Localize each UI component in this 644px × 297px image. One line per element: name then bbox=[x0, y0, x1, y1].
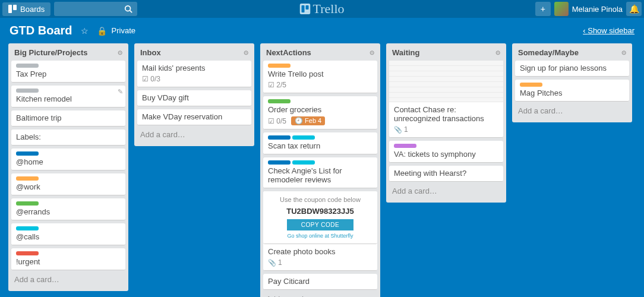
add-button[interactable]: + bbox=[535, 2, 551, 16]
card-labels bbox=[16, 176, 121, 181]
label-orange[interactable] bbox=[16, 176, 39, 181]
card[interactable]: Scan tax return bbox=[263, 132, 377, 154]
label-orange[interactable] bbox=[268, 64, 291, 68]
card-title: Tax Prep bbox=[16, 69, 121, 78]
list: Inbox⊙Mail kids' presents0/3Buy VDay gif… bbox=[134, 43, 254, 146]
label-orange[interactable] bbox=[520, 83, 542, 87]
card[interactable]: Tax Prep bbox=[11, 61, 125, 83]
list: NextActions⊙Write Trello post2/5Order gr… bbox=[260, 43, 380, 297]
bell-icon: 🔔 bbox=[629, 4, 639, 14]
boards-button[interactable]: Boards bbox=[2, 2, 50, 16]
list-header[interactable]: Big Picture/Projects⊙ bbox=[8, 43, 128, 61]
list-menu-icon[interactable]: ⊙ bbox=[495, 49, 500, 56]
card[interactable]: Write Trello post2/5 bbox=[263, 61, 377, 93]
card[interactable]: Meeting with Hearst? bbox=[389, 166, 503, 182]
card[interactable]: @work bbox=[11, 173, 125, 195]
avatar[interactable] bbox=[554, 2, 569, 16]
card-labels bbox=[16, 89, 121, 93]
star-icon[interactable]: ☆ bbox=[81, 26, 89, 36]
pencil-icon[interactable]: ✎ bbox=[118, 88, 123, 96]
card[interactable]: Pay Citicard bbox=[263, 274, 377, 290]
label-grey[interactable] bbox=[16, 64, 39, 68]
card-labels bbox=[16, 151, 121, 156]
label-sky[interactable] bbox=[292, 135, 315, 140]
label-blue[interactable] bbox=[268, 135, 291, 140]
privacy-label[interactable]: Private bbox=[112, 26, 135, 35]
label-green[interactable] bbox=[268, 99, 291, 103]
card[interactable]: @home bbox=[11, 148, 125, 170]
card-title: Mag Pitches bbox=[520, 89, 624, 97]
trello-logo[interactable]: Trello bbox=[300, 1, 345, 17]
copy-code-button[interactable]: COPY CODE bbox=[287, 219, 353, 230]
label-grey[interactable] bbox=[16, 89, 39, 93]
card[interactable]: @calls bbox=[11, 223, 125, 245]
card-title: Check Angie's List for remodeler reviews bbox=[268, 166, 372, 184]
list-title: Inbox bbox=[140, 48, 161, 57]
card[interactable]: Mag Pitches bbox=[515, 80, 629, 102]
card-title: @errands bbox=[16, 207, 121, 216]
card[interactable]: VA: tickets to symphony bbox=[389, 141, 503, 163]
card[interactable]: Contact Chase re: unrecognized transacti… bbox=[389, 61, 503, 138]
card[interactable]: Baltimore trip bbox=[11, 110, 125, 127]
card-title: VA: tickets to symphony bbox=[394, 150, 498, 159]
card-title: Labels: bbox=[16, 132, 121, 141]
svg-line-3 bbox=[130, 11, 132, 13]
list-menu-icon[interactable]: ⊙ bbox=[370, 49, 374, 56]
card-cover-coupon: Use the coupon code belowTU2BDW98323JJ5C… bbox=[263, 191, 377, 244]
list-menu-icon[interactable]: ⊙ bbox=[118, 49, 122, 56]
list-header[interactable]: Someday/Maybe⊙ bbox=[512, 43, 632, 61]
board-title[interactable]: GTD Board bbox=[10, 24, 72, 37]
card[interactable]: Buy VDay gift bbox=[137, 90, 251, 106]
card[interactable]: Order groceries0/5🕘 Feb 4 bbox=[263, 96, 377, 129]
add-card-button[interactable]: Add a card… bbox=[8, 270, 128, 289]
svg-point-2 bbox=[125, 6, 131, 11]
card[interactable]: Labels: bbox=[11, 129, 125, 146]
search-input[interactable] bbox=[54, 2, 137, 16]
card-title: Scan tax return bbox=[268, 141, 372, 150]
svg-rect-0 bbox=[8, 5, 12, 13]
card-title: Baltimore trip bbox=[16, 113, 121, 122]
card-labels bbox=[268, 64, 372, 68]
card-labels bbox=[16, 201, 121, 206]
list-header[interactable]: Inbox⊙ bbox=[134, 43, 254, 61]
label-blue[interactable] bbox=[268, 160, 291, 165]
label-blue[interactable] bbox=[16, 151, 39, 156]
label-sky[interactable] bbox=[292, 160, 315, 165]
list-header[interactable]: NextActions⊙ bbox=[260, 43, 380, 61]
card-title: Pay Citicard bbox=[268, 277, 372, 286]
list-menu-icon[interactable]: ⊙ bbox=[244, 49, 248, 56]
notifications-button[interactable]: 🔔 bbox=[626, 2, 642, 16]
add-card-button[interactable]: Add a card… bbox=[134, 125, 254, 144]
add-card-button[interactable]: Add a card… bbox=[512, 102, 632, 120]
card-title: Mail kids' presents bbox=[142, 64, 247, 72]
svg-rect-1 bbox=[13, 5, 17, 10]
list-header[interactable]: Waiting⊙ bbox=[386, 43, 506, 61]
add-card-button[interactable]: Add a card… bbox=[260, 290, 380, 297]
label-purple[interactable] bbox=[394, 144, 416, 148]
card[interactable]: Use the coupon code belowTU2BDW98323JJ5C… bbox=[263, 191, 377, 271]
card-title: @work bbox=[16, 182, 121, 191]
label-sky[interactable] bbox=[16, 226, 39, 230]
checklist-badge: 0/3 bbox=[142, 75, 160, 83]
card[interactable]: Check Angie's List for remodeler reviews bbox=[263, 157, 377, 188]
show-sidebar-link[interactable]: ‹ Show sidebar bbox=[583, 26, 634, 35]
card-title: Sign up for piano lessons bbox=[520, 64, 624, 72]
search-icon bbox=[124, 5, 132, 13]
card[interactable]: !urgent bbox=[11, 248, 125, 270]
card[interactable]: Make VDay reservation bbox=[137, 109, 251, 125]
username[interactable]: Melanie Pinola bbox=[572, 5, 623, 14]
card[interactable]: Mail kids' presents0/3 bbox=[137, 61, 251, 87]
label-red[interactable] bbox=[16, 251, 39, 255]
card[interactable]: Sign up for piano lessons bbox=[515, 61, 629, 77]
card-labels bbox=[268, 99, 372, 103]
svg-rect-4 bbox=[300, 4, 311, 14]
checklist-badge: 2/5 bbox=[268, 81, 286, 89]
card-labels bbox=[268, 160, 372, 165]
card-badges: 0/3 bbox=[142, 75, 247, 83]
add-card-button[interactable]: Add a card… bbox=[386, 182, 506, 200]
label-green[interactable] bbox=[16, 201, 39, 206]
card[interactable]: @errands bbox=[11, 198, 125, 220]
card[interactable]: Kitchen remodel✎ bbox=[11, 86, 125, 108]
list-menu-icon[interactable]: ⊙ bbox=[621, 49, 626, 56]
card-title: @calls bbox=[16, 232, 121, 241]
